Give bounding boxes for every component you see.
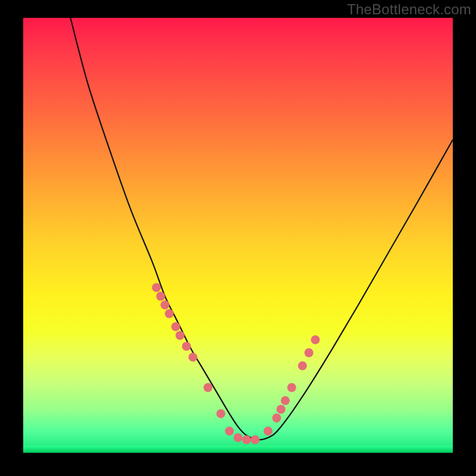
plot-area (23, 18, 453, 453)
scatter-dot (171, 322, 180, 331)
scatter-dot (272, 414, 281, 422)
bottleneck-curve (70, 18, 453, 440)
scatter-dot (242, 436, 251, 444)
scatter-dot (176, 331, 184, 340)
chart-frame: TheBottleneck.com (0, 0, 476, 476)
scatter-dot (156, 292, 165, 300)
scatter-dot (250, 436, 259, 444)
scatter-dot (234, 433, 243, 442)
scatter-dot (287, 383, 296, 392)
scatter-dot (264, 427, 273, 436)
scatter-dot (311, 335, 320, 344)
scatter-dot (152, 283, 161, 292)
scatter-dot (277, 405, 286, 414)
chart-svg (23, 18, 453, 453)
scatter-dot (203, 383, 212, 392)
scatter-dots (152, 283, 320, 444)
scatter-dot (298, 361, 307, 370)
scatter-dot (165, 309, 174, 318)
scatter-dot (161, 300, 170, 309)
scatter-dot (217, 409, 226, 418)
scatter-dot (281, 396, 290, 405)
scatter-dot (182, 342, 191, 350)
watermark-text: TheBottleneck.com (347, 1, 471, 18)
scatter-dot (189, 353, 198, 362)
scatter-dot (225, 427, 234, 436)
scatter-dot (305, 348, 314, 357)
